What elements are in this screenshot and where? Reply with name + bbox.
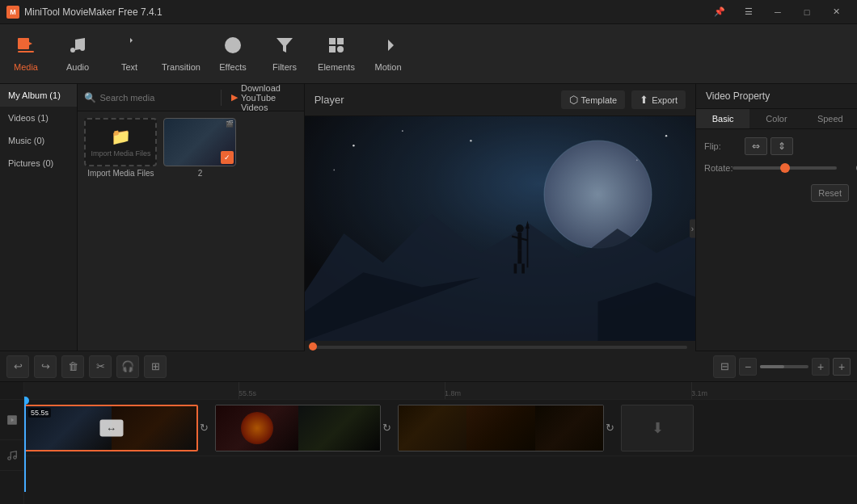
rotate-row: Rotate: 0° (704, 163, 849, 173)
video-track-icon (0, 400, 23, 440)
timeline-right-buttons: ⊟ − + + (713, 355, 851, 378)
template-button[interactable]: ⬡ Template (561, 90, 626, 109)
sidebar-item-music[interactable]: Music (0) (0, 129, 77, 152)
svg-point-9 (337, 46, 344, 52)
export-button[interactable]: ⬆ Export (631, 90, 686, 109)
fit-timeline-button[interactable]: ⊟ (713, 355, 736, 378)
svg-rect-0 (18, 38, 29, 49)
toolbar-audio-label: Audio (66, 62, 89, 72)
flip-buttons: ⇔ ⇕ (745, 137, 793, 155)
timeline-body: 55.5s 1.8m 3.1m 55.5s (0, 382, 857, 504)
close-button[interactable]: ✕ (821, 0, 851, 24)
toolbar-filters-label: Filters (272, 62, 297, 72)
zoom-fill (760, 365, 784, 368)
svg-point-33 (7, 456, 11, 460)
video-clip-2[interactable] (215, 405, 381, 452)
drag-resize-handle[interactable]: ↔ (99, 419, 123, 436)
undo-button[interactable]: ↩ (6, 355, 29, 378)
player-area: Player ⬡ Template ⬆ Export (305, 84, 695, 351)
toolbar-filters[interactable]: Filters (259, 24, 310, 83)
zoom-in-button[interactable]: + (812, 358, 830, 376)
player-title: Player (315, 94, 344, 106)
maximize-button[interactable]: □ (792, 0, 821, 24)
svg-rect-6 (329, 38, 336, 44)
video-clip-1[interactable]: 55.5s ↔ (24, 405, 198, 452)
youtube-download-label: Download YouTube Videos (241, 83, 298, 112)
rotate-controls: 0° (732, 163, 857, 173)
toolbar-media[interactable]: Media (0, 24, 52, 83)
audio-track (24, 456, 857, 492)
search-icon: 🔍 (84, 92, 96, 103)
svg-marker-5 (277, 38, 293, 52)
pin-button[interactable]: 📌 (705, 0, 734, 24)
toolbar-transition-label: Transition (162, 62, 201, 72)
search-area: 🔍 (78, 92, 217, 103)
ruler-mark-18m: 1.8m (445, 389, 461, 397)
sidebar-item-videos[interactable]: Videos (1) (0, 107, 77, 129)
video-preview (305, 116, 695, 341)
motion-icon (378, 36, 398, 59)
ruler-tick-1 (239, 382, 239, 399)
toolbar-text-label: Text (121, 62, 137, 72)
progress-thumb[interactable] (309, 342, 317, 351)
ruler-tick-3 (691, 382, 692, 399)
import-media-item[interactable]: 📁 Import Media Files Import Media Files (84, 118, 157, 178)
props-tab-basic[interactable]: Basic (696, 109, 749, 128)
media-item-2-label: 2 (163, 169, 236, 178)
toolbar-effects[interactable]: Effects (207, 24, 259, 83)
timeline-playhead[interactable] (24, 400, 26, 492)
expand-panel-button[interactable]: › (690, 219, 695, 237)
toolbar-elements[interactable]: Elements (310, 24, 362, 83)
rotate-slider[interactable] (732, 166, 837, 170)
import-media-label: Import Media Files (84, 169, 157, 178)
svg-point-27 (470, 140, 471, 141)
sidebar-item-my-album[interactable]: My Album (1) (0, 84, 77, 107)
redo-button[interactable]: ↪ (34, 355, 57, 378)
reset-button[interactable]: Reset (811, 184, 849, 202)
sidebar-item-pictures[interactable]: Pictures (0) (0, 152, 77, 174)
minimize-button[interactable]: ─ (763, 0, 792, 24)
props-tab-color[interactable]: Color (749, 109, 803, 128)
media-icon (16, 36, 36, 59)
toolbar-audio[interactable]: Audio (52, 24, 103, 83)
flip-horizontal-button[interactable]: ⇔ (745, 137, 767, 155)
props-tab-speed[interactable]: Speed (804, 109, 857, 128)
audio-detach-button[interactable]: 🎧 (116, 355, 139, 378)
zoom-bar (760, 365, 808, 368)
player-header-right: ⬡ Template ⬆ Export (561, 90, 686, 109)
check-badge: ✓ (221, 151, 234, 164)
template-icon: ⬡ (569, 94, 578, 106)
app-title: MiniTool MovieMaker Free 7.4.1 (24, 6, 705, 18)
delete-button[interactable]: 🗑 (61, 355, 84, 378)
zoom-out-button[interactable]: − (739, 358, 757, 376)
crop-button[interactable]: ⊞ (144, 355, 167, 378)
sidebar: My Album (1) Videos (1) Music (0) Pictur… (0, 84, 78, 351)
template-label: Template (581, 95, 618, 105)
toolbar-media-label: Media (14, 62, 38, 72)
media-item-2[interactable]: 🎬 ✓ 2 (163, 118, 236, 178)
add-track-button[interactable]: + (833, 358, 851, 376)
toolbar-motion[interactable]: Motion (362, 24, 414, 83)
search-input[interactable] (99, 93, 211, 103)
menu-button[interactable]: ☰ (734, 0, 763, 24)
export-label: Export (652, 95, 678, 105)
timeline-tracks: 55.5s ↔ ↻ (24, 400, 857, 492)
timeline-ruler: 55.5s 1.8m 3.1m (24, 382, 857, 400)
youtube-download-button[interactable]: ▶ Download YouTube Videos (225, 83, 304, 112)
text-icon (120, 36, 139, 59)
cut-button[interactable]: ✂ (89, 355, 112, 378)
toolbar: Media Audio Text Transition Effects Filt… (0, 24, 857, 84)
clip-arrow-right-3: ↻ (606, 422, 614, 434)
svg-rect-7 (337, 38, 344, 44)
main-content: My Album (1) Videos (1) Music (0) Pictur… (0, 84, 857, 351)
toolbar-text[interactable]: Text (103, 24, 155, 83)
flip-vertical-button[interactable]: ⇕ (770, 137, 793, 155)
properties-tabs: Basic Color Speed (696, 109, 857, 129)
window-controls: 📌 ☰ ─ □ ✕ (705, 0, 851, 24)
rotate-value: 0° (842, 163, 857, 173)
toolbar-elements-label: Elements (318, 62, 355, 72)
progress-bar[interactable] (313, 346, 687, 349)
toolbar-transition[interactable]: Transition (155, 24, 207, 83)
toolbar-effects-label: Effects (219, 62, 246, 72)
video-clip-3[interactable] (398, 405, 604, 452)
